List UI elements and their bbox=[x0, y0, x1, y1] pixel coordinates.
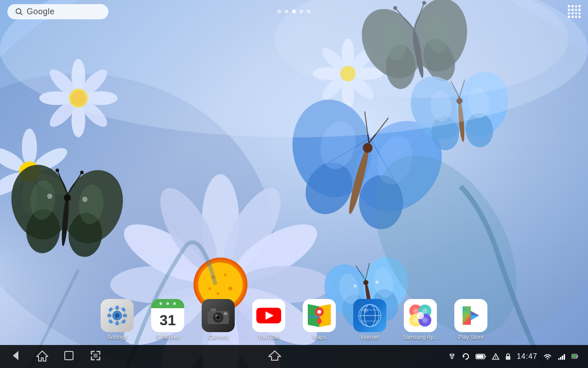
svg-point-40 bbox=[22, 128, 37, 166]
grid-cell bbox=[578, 9, 581, 11]
battery-level-icon bbox=[571, 353, 579, 360]
internet-globe-icon bbox=[357, 303, 382, 328]
grid-cell bbox=[568, 12, 570, 15]
center-home-button[interactable] bbox=[268, 350, 282, 363]
grid-cell bbox=[571, 9, 574, 11]
grid-cell bbox=[575, 9, 577, 11]
splanner-label: S Planner bbox=[156, 334, 180, 340]
youtube-app-icon[interactable]: YouTube bbox=[248, 299, 289, 340]
svg-rect-186 bbox=[506, 356, 510, 360]
grid-cell bbox=[575, 5, 577, 7]
svg-point-109 bbox=[16, 9, 21, 14]
svg-point-155 bbox=[422, 308, 428, 314]
camera-app-icon[interactable]: Camera bbox=[198, 299, 239, 340]
svg-rect-117 bbox=[108, 307, 113, 312]
back-button[interactable] bbox=[9, 349, 22, 364]
search-icon bbox=[15, 7, 23, 16]
youtube-icon-img bbox=[252, 299, 285, 332]
page-dot-4[interactable] bbox=[300, 10, 303, 13]
svg-point-125 bbox=[173, 302, 176, 305]
splanner-body: 31 bbox=[151, 308, 184, 332]
clock-display: 14:47 bbox=[517, 352, 537, 361]
grid-cell bbox=[575, 16, 577, 18]
svg-point-173 bbox=[94, 356, 95, 358]
svg-point-123 bbox=[159, 302, 162, 305]
settings-app-icon[interactable]: Settings bbox=[96, 299, 138, 340]
svg-point-171 bbox=[95, 355, 96, 356]
google-search-bar[interactable]: Google bbox=[7, 4, 108, 19]
svg-rect-182 bbox=[485, 356, 486, 357]
svg-point-148 bbox=[363, 308, 368, 313]
svg-point-169 bbox=[96, 354, 98, 355]
svg-rect-190 bbox=[564, 354, 565, 360]
signal-bars-icon bbox=[558, 353, 566, 360]
svg-rect-133 bbox=[224, 312, 227, 315]
svg-point-18 bbox=[228, 287, 232, 291]
maps-label: Maps bbox=[312, 334, 326, 340]
svg-point-17 bbox=[224, 273, 226, 276]
settings-icon-img bbox=[101, 299, 134, 332]
camera-icon-img bbox=[202, 299, 235, 332]
page-dots bbox=[277, 10, 311, 13]
svg-point-157 bbox=[422, 317, 428, 323]
lock-icon bbox=[505, 353, 511, 360]
nav-right: 14:47 bbox=[448, 352, 579, 361]
svg-point-20 bbox=[208, 287, 211, 290]
samsung-icon-img bbox=[404, 299, 437, 332]
svg-rect-119 bbox=[108, 319, 113, 324]
samsung-apps-icon-svg bbox=[407, 302, 434, 329]
home-button[interactable] bbox=[36, 349, 49, 364]
top-bar: Google bbox=[0, 0, 588, 23]
grid-cell bbox=[568, 16, 570, 18]
splanner-app-icon[interactable]: 31 S Planner bbox=[147, 299, 188, 340]
alert-icon bbox=[492, 353, 499, 360]
internet-app-icon[interactable]: Internet bbox=[349, 299, 390, 340]
page-dot-3[interactable] bbox=[292, 10, 296, 13]
grid-cell bbox=[571, 16, 574, 18]
svg-marker-164 bbox=[13, 351, 18, 360]
play-store-icon bbox=[458, 303, 484, 328]
nav-bar: 14:47 bbox=[0, 345, 588, 368]
grid-cell bbox=[575, 12, 577, 15]
all-apps-grid-icon[interactable] bbox=[568, 5, 581, 18]
svg-point-175 bbox=[96, 356, 98, 358]
samsung-apps-icon[interactable]: Samsung Ap... bbox=[400, 299, 441, 340]
page-dot-1[interactable] bbox=[277, 10, 281, 13]
svg-point-156 bbox=[413, 317, 418, 323]
playstore-icon-img bbox=[454, 299, 487, 332]
svg-rect-187 bbox=[558, 358, 560, 360]
maps-app-icon[interactable]: Maps bbox=[299, 299, 340, 340]
svg-rect-166 bbox=[65, 351, 73, 360]
svg-point-154 bbox=[413, 308, 418, 314]
screenshot-button[interactable] bbox=[89, 349, 102, 364]
grid-cell bbox=[568, 9, 570, 11]
grid-cell bbox=[568, 5, 570, 7]
svg-rect-188 bbox=[560, 357, 561, 360]
play-store-label: Play Store bbox=[458, 334, 483, 340]
settings-label: Settings bbox=[107, 334, 127, 340]
svg-point-124 bbox=[166, 302, 169, 305]
app-dock: Settings 31 S Planner bbox=[0, 294, 588, 345]
google-label: Google bbox=[27, 7, 55, 17]
page-dot-2[interactable] bbox=[285, 10, 288, 13]
camera-label: Camera bbox=[209, 334, 228, 340]
page-dot-5[interactable] bbox=[307, 10, 311, 13]
svg-rect-178 bbox=[453, 354, 454, 355]
nav-left bbox=[9, 349, 102, 364]
sync-icon bbox=[462, 352, 470, 361]
svg-point-185 bbox=[495, 358, 496, 359]
svg-rect-189 bbox=[562, 356, 563, 360]
grid-cell bbox=[578, 5, 581, 7]
camera-icon bbox=[207, 306, 230, 325]
usb-icon bbox=[448, 352, 456, 361]
battery-icon bbox=[475, 353, 486, 360]
recents-button[interactable] bbox=[62, 349, 75, 364]
svg-point-131 bbox=[215, 315, 217, 317]
grid-cell bbox=[578, 12, 581, 15]
play-store-app-icon[interactable]: Play Store bbox=[450, 299, 492, 340]
svg-point-172 bbox=[96, 355, 98, 356]
svg-point-168 bbox=[95, 354, 96, 355]
svg-rect-118 bbox=[121, 307, 126, 312]
youtube-label: YouTube bbox=[258, 334, 279, 340]
splanner-header bbox=[151, 299, 184, 308]
